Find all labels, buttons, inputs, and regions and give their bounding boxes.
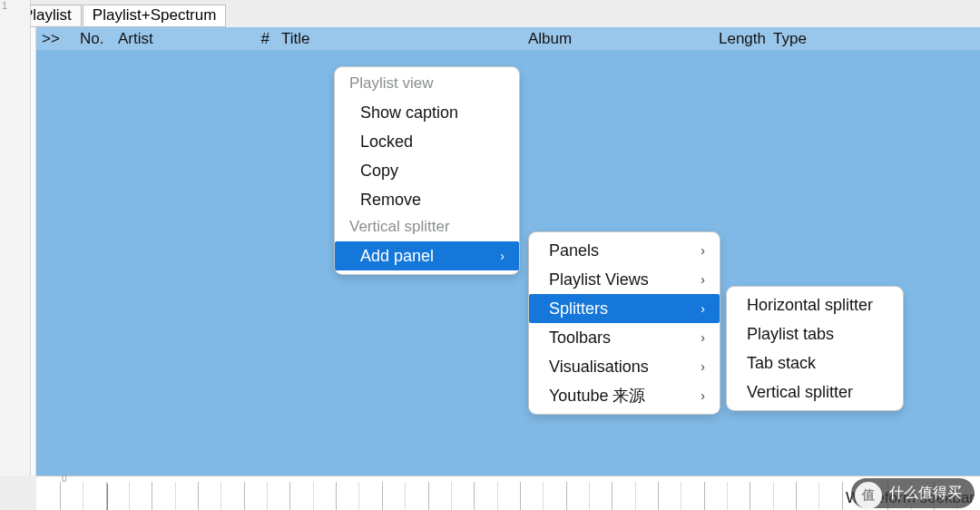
submenu-item-youtube-source[interactable]: Youtube 来源› [529,381,720,410]
submenu-add-panel: Panels› Playlist Views› Splitters› Toolb… [528,231,720,415]
splitters-item-tab-stack[interactable]: Tab stack [727,348,903,378]
waveform-seekbar[interactable]: 0 Waveform seekbar [36,476,980,510]
chevron-right-icon: › [701,298,705,319]
chevron-right-icon: › [701,269,705,290]
splitters-item-playlist-tabs[interactable]: Playlist tabs [727,319,903,348]
col-no[interactable]: No. [74,28,113,50]
col-length[interactable]: Length [713,28,768,50]
chevron-right-icon: › [500,245,505,267]
ruler-number: 1 [2,0,7,11]
splitters-item-vertical[interactable]: Vertical splitter [727,378,903,407]
playlist-column-header: >> No. Artist # Title Album Length Type [36,27,980,50]
menu-item-remove[interactable]: Remove [335,185,519,214]
col-album[interactable]: Album [523,28,713,50]
submenu-item-splitters[interactable]: Splitters› [529,294,720,323]
submenu-item-playlist-views[interactable]: Playlist Views› [529,265,720,294]
submenu-item-toolbars[interactable]: Toolbars› [529,323,720,352]
tab-playlist-spectrum[interactable]: Playlist+Spectrum [83,5,227,27]
panel-tabs: Playlist Playlist+Spectrum [0,5,980,25]
col-title[interactable]: Title [276,28,523,50]
col-type[interactable]: Type [768,28,818,50]
watermark-text: 什么值得买 [889,484,962,503]
menu-item-locked[interactable]: Locked [335,127,519,156]
submenu-splitters: Horizontal splitter Playlist tabs Tab st… [726,286,904,411]
col-artist[interactable]: Artist [113,28,249,50]
splitters-item-horizontal[interactable]: Horizontal splitter [727,290,903,319]
context-menu: Playlist view Show caption Locked Copy R… [334,66,520,275]
chevron-right-icon: › [701,356,705,378]
menu-item-show-caption[interactable]: Show caption [335,98,519,127]
col-playing[interactable]: >> [36,28,74,50]
menu-section-playlist-view: Playlist view [335,71,519,98]
watermark: 值 什么值得买 [851,478,975,508]
chevron-right-icon: › [701,327,705,348]
seekbar-grid [60,482,980,510]
submenu-item-panels[interactable]: Panels› [529,236,720,265]
menu-section-vertical-splitter: Vertical splitter [335,214,519,241]
chevron-right-icon: › [701,240,705,261]
watermark-badge-icon: 值 [855,482,882,509]
chevron-right-icon: › [701,385,705,407]
menu-item-add-panel[interactable]: Add panel › [335,241,519,270]
menu-item-copy[interactable]: Copy [335,156,519,185]
line-ruler: 1 [0,0,31,476]
col-track-no[interactable]: # [249,28,276,50]
submenu-item-visualisations[interactable]: Visualisations› [529,352,720,381]
